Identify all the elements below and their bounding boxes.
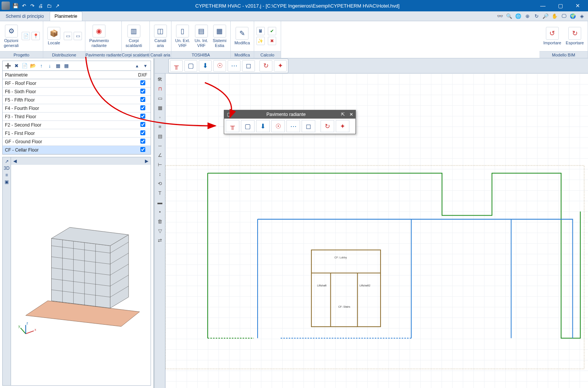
calc-icon[interactable]: 🖩 xyxy=(256,27,265,35)
tools-icon[interactable]: 🛠 xyxy=(156,75,164,83)
small-icon-1[interactable]: ▭ xyxy=(64,32,72,40)
wand-icon[interactable]: ✨ xyxy=(256,37,265,45)
solid-icon[interactable]: ▣ xyxy=(5,179,9,185)
drawing-canvas[interactable]: CF: Lobby Liftshaft Liftshaft2 CF: Stair… xyxy=(165,74,588,388)
row-dxf-checkbox[interactable] xyxy=(140,122,145,127)
rotate-icon[interactable]: ⟲ xyxy=(156,179,164,188)
manifold-icon[interactable]: ╥ xyxy=(170,60,183,72)
small-icon-2[interactable]: ▭ xyxy=(74,32,82,40)
misc-icon[interactable]: ▩ xyxy=(63,62,70,70)
row-dxf-checkbox[interactable] xyxy=(140,105,145,110)
btn-importare[interactable]: ↺Importare xyxy=(542,26,563,46)
autocad-icon[interactable]: ▧ xyxy=(156,132,164,140)
redo-icon[interactable]: ↷ xyxy=(29,2,36,9)
point-icon[interactable]: • xyxy=(156,208,164,216)
layers-icon[interactable]: ≡ xyxy=(156,122,164,131)
float-manifold-icon[interactable]: ╥ xyxy=(226,120,239,132)
btn-sistemi-estia[interactable]: ▦Sistemi Estia xyxy=(211,24,228,48)
floating-radiant-toolbar[interactable]: ▢ Pavimento radiante ⇱ ✕ ╥ ▢ ⬇ ☉ ⋯ ◻ ↻ xyxy=(224,110,356,134)
float-dash-icon[interactable]: ⋯ xyxy=(286,120,300,132)
move-icon[interactable]: ↕ xyxy=(156,170,164,178)
refresh-spiral-icon[interactable]: ↻ xyxy=(259,60,272,72)
down-icon[interactable]: ↓ xyxy=(46,62,53,70)
layers-icon[interactable]: ≡ xyxy=(5,172,8,178)
spiral-icon[interactable]: ☉ xyxy=(213,60,226,72)
btn-unita-int-vrf[interactable]: ▤Un. Int. VRF xyxy=(193,24,210,48)
float-spiral-icon[interactable]: ☉ xyxy=(271,120,285,132)
globe-icon[interactable]: 🌐 xyxy=(514,12,522,20)
measure-icon[interactable]: ↔ xyxy=(156,141,164,150)
box-icon[interactable]: ▢ xyxy=(184,60,197,72)
dash-icon[interactable]: ⋯ xyxy=(228,60,241,72)
row-dxf-checkbox[interactable] xyxy=(140,97,145,102)
orbit-icon[interactable]: ↗ xyxy=(5,159,9,164)
btn-unita-ext-vrf[interactable]: ▯Un. Ext. VRF xyxy=(174,24,192,48)
btn-modifica[interactable]: ✎Modifica xyxy=(233,26,252,46)
binoculars-icon[interactable]: 👓 xyxy=(496,12,504,20)
prev-icon[interactable]: ◀ xyxy=(13,158,17,164)
screen-icon[interactable]: 🖵 xyxy=(560,12,568,20)
add-icon[interactable]: ➕ xyxy=(4,62,12,70)
row-dxf-checkbox[interactable] xyxy=(140,114,145,119)
row-dxf-checkbox[interactable] xyxy=(140,80,145,85)
hand-icon[interactable]: ✋ xyxy=(551,12,558,20)
row-dxf-checkbox[interactable] xyxy=(140,147,145,152)
planimetrie-row[interactable]: F2 - Second Floor xyxy=(3,121,151,129)
tab-planimetrie[interactable]: Planimetrie xyxy=(50,11,82,21)
planimetrie-row[interactable]: F6 - Sixth Floor xyxy=(3,88,151,96)
wall-icon[interactable]: ▬ xyxy=(156,198,164,207)
btn-opzioni-generali[interactable]: ⚙ Opzioni generali xyxy=(2,24,20,48)
doc-icon[interactable]: 📄 xyxy=(22,32,30,40)
planimetrie-row[interactable]: CF - Cellar Floor xyxy=(3,146,151,154)
zoom2-icon[interactable]: 🔎 xyxy=(542,12,549,20)
btn-pavimento-radiante[interactable]: ◉ Pavimento radiante xyxy=(88,24,110,48)
float-close-icon[interactable]: ✕ xyxy=(347,112,355,117)
3d-scene[interactable]: x y z xyxy=(11,165,151,385)
tab-schemi[interactable]: Schemi di principio xyxy=(1,11,49,21)
planimetrie-row[interactable]: F3 - Third Floor xyxy=(3,113,151,121)
angle-icon[interactable]: ∠ xyxy=(156,151,164,159)
float-pin-icon[interactable]: ⇱ xyxy=(339,112,347,117)
collapse-up-icon[interactable]: ▴ xyxy=(133,62,141,70)
rect-icon[interactable]: ▭ xyxy=(156,94,164,102)
check-icon[interactable]: ✔ xyxy=(268,27,276,35)
planimetrie-row[interactable]: F4 - Fourth Floor xyxy=(3,104,151,113)
collapse-down-icon[interactable]: ▾ xyxy=(141,62,149,70)
snap-icon[interactable]: ◦ xyxy=(156,113,164,121)
float-square-icon[interactable]: ◻ xyxy=(302,120,315,132)
minimize-button[interactable]: — xyxy=(534,0,552,11)
save-icon[interactable]: 💾 xyxy=(12,2,19,9)
next-icon[interactable]: ▶ xyxy=(145,158,148,164)
refresh-icon[interactable]: ↻ xyxy=(533,12,540,20)
text-icon[interactable]: T xyxy=(156,189,164,197)
row-dxf-checkbox[interactable] xyxy=(140,139,145,144)
pin-icon[interactable]: 📍 xyxy=(31,32,40,40)
trash-icon[interactable]: 🗑 xyxy=(156,217,164,225)
dxf-icon[interactable]: ▦ xyxy=(54,62,62,70)
world-icon[interactable]: 🌍 xyxy=(569,12,577,20)
btn-corpi-scaldanti[interactable]: ▥ Corpi scaldanti xyxy=(124,24,143,48)
row-dxf-checkbox[interactable] xyxy=(140,89,145,94)
down-arrow-icon[interactable]: ⬇ xyxy=(199,60,212,72)
float-down-icon[interactable]: ⬇ xyxy=(256,120,270,132)
flip-icon[interactable]: ⇄ xyxy=(156,236,164,244)
open-icon[interactable]: 🗀 xyxy=(46,2,52,9)
cancel-icon[interactable]: ✖ xyxy=(268,37,276,45)
layers-icon[interactable]: ◈ xyxy=(578,12,586,20)
btn-esportare[interactable]: ↻Esportare xyxy=(564,26,585,46)
3d-icon[interactable]: 3D xyxy=(4,166,9,171)
export-icon[interactable]: ↗ xyxy=(54,2,61,9)
copy-icon[interactable]: 📄 xyxy=(21,62,28,70)
new-spiral-icon[interactable]: ✦ xyxy=(274,60,287,72)
btn-canali-aria[interactable]: ◫ Canali aria xyxy=(152,24,169,48)
float-refresh-icon[interactable]: ↻ xyxy=(321,120,334,132)
close-button[interactable]: ✕ xyxy=(569,0,586,11)
magnet-icon[interactable]: ⊓ xyxy=(156,84,164,93)
planimetrie-row[interactable]: F1 - First Floor xyxy=(3,129,151,138)
planimetrie-row[interactable]: F5 - Fifth Floor xyxy=(3,96,151,104)
float-new-icon[interactable]: ✦ xyxy=(336,120,349,132)
planimetrie-row[interactable]: GF - Ground Floor xyxy=(3,138,151,146)
funnel-icon[interactable]: ▽ xyxy=(156,227,164,235)
row-dxf-checkbox[interactable] xyxy=(140,130,145,135)
zoom-reset-icon[interactable]: ⊕ xyxy=(524,12,531,20)
